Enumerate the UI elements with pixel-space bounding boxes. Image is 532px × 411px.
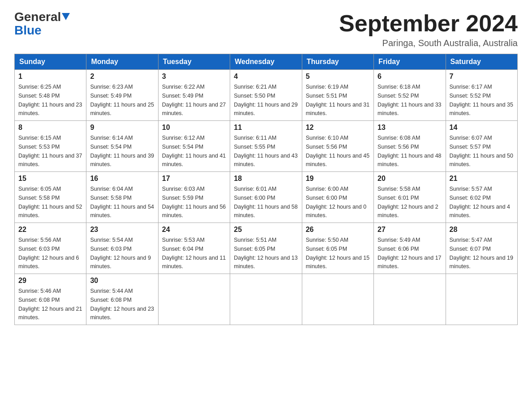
table-row: 11 Sunrise: 6:11 AMSunset: 5:55 PMDaylig…: [230, 121, 302, 172]
day-info: Sunrise: 5:54 AMSunset: 6:03 PMDaylight:…: [90, 237, 151, 270]
table-row: 26 Sunrise: 5:50 AMSunset: 6:05 PMDaylig…: [302, 223, 373, 274]
table-row: 13 Sunrise: 6:08 AMSunset: 5:56 PMDaylig…: [374, 121, 446, 172]
day-info: Sunrise: 6:00 AMSunset: 6:00 PMDaylight:…: [306, 186, 367, 218]
day-info: Sunrise: 6:15 AMSunset: 5:53 PMDaylight:…: [18, 135, 82, 167]
calendar-week-row: 8 Sunrise: 6:15 AMSunset: 5:53 PMDayligh…: [15, 121, 518, 172]
table-row: 22 Sunrise: 5:56 AMSunset: 6:03 PMDaylig…: [15, 223, 86, 274]
title-block: September 2024 Paringa, South Australia,…: [339, 11, 518, 48]
table-row: 6 Sunrise: 6:18 AMSunset: 5:52 PMDayligh…: [374, 70, 446, 121]
day-number: 18: [234, 175, 298, 183]
col-tuesday: Tuesday: [158, 54, 230, 70]
calendar-table: Sunday Monday Tuesday Wednesday Thursday…: [14, 54, 518, 325]
day-info: Sunrise: 5:44 AMSunset: 6:08 PMDaylight:…: [90, 288, 154, 321]
day-number: 3: [162, 73, 226, 81]
svg-marker-0: [62, 13, 70, 20]
table-row: 18 Sunrise: 6:01 AMSunset: 6:00 PMDaylig…: [230, 172, 302, 223]
logo-general: General: [14, 11, 70, 23]
day-info: Sunrise: 6:25 AMSunset: 5:48 PMDaylight:…: [18, 84, 82, 116]
day-info: Sunrise: 5:46 AMSunset: 6:08 PMDaylight:…: [18, 288, 82, 321]
table-row: 5 Sunrise: 6:19 AMSunset: 5:51 PMDayligh…: [302, 70, 373, 121]
day-number: 16: [90, 175, 154, 183]
calendar-header-row: Sunday Monday Tuesday Wednesday Thursday…: [15, 54, 518, 70]
day-number: 27: [378, 226, 442, 234]
day-info: Sunrise: 5:49 AMSunset: 6:06 PMDaylight:…: [378, 237, 441, 270]
day-info: Sunrise: 6:01 AMSunset: 6:00 PMDaylight:…: [234, 186, 297, 218]
table-row: [446, 274, 517, 325]
day-info: Sunrise: 6:18 AMSunset: 5:52 PMDaylight:…: [378, 84, 441, 116]
day-info: Sunrise: 6:12 AMSunset: 5:54 PMDaylight:…: [162, 135, 226, 167]
day-number: 6: [378, 73, 442, 81]
day-number: 26: [306, 226, 370, 234]
table-row: 29 Sunrise: 5:46 AMSunset: 6:08 PMDaylig…: [15, 274, 86, 325]
table-row: 30 Sunrise: 5:44 AMSunset: 6:08 PMDaylig…: [86, 274, 158, 325]
day-info: Sunrise: 6:08 AMSunset: 5:56 PMDaylight:…: [378, 135, 441, 167]
table-row: 27 Sunrise: 5:49 AMSunset: 6:06 PMDaylig…: [374, 223, 446, 274]
table-row: 8 Sunrise: 6:15 AMSunset: 5:53 PMDayligh…: [15, 121, 86, 172]
table-row: 15 Sunrise: 6:05 AMSunset: 5:58 PMDaylig…: [15, 172, 86, 223]
day-number: 10: [162, 124, 226, 132]
day-number: 30: [90, 277, 154, 285]
day-info: Sunrise: 6:04 AMSunset: 5:58 PMDaylight:…: [90, 186, 154, 218]
day-number: 5: [306, 73, 370, 81]
table-row: 3 Sunrise: 6:22 AMSunset: 5:49 PMDayligh…: [158, 70, 230, 121]
day-info: Sunrise: 6:22 AMSunset: 5:49 PMDaylight:…: [162, 84, 226, 116]
calendar-week-row: 1 Sunrise: 6:25 AMSunset: 5:48 PMDayligh…: [15, 70, 518, 121]
logo: General Blue: [14, 11, 70, 37]
table-row: 14 Sunrise: 6:07 AMSunset: 5:57 PMDaylig…: [446, 121, 517, 172]
table-row: 17 Sunrise: 6:03 AMSunset: 5:59 PMDaylig…: [158, 172, 230, 223]
day-number: 29: [18, 277, 82, 285]
table-row: [374, 274, 446, 325]
day-number: 21: [450, 175, 514, 183]
day-number: 7: [450, 73, 514, 81]
calendar-week-row: 22 Sunrise: 5:56 AMSunset: 6:03 PMDaylig…: [15, 223, 518, 274]
location: Paringa, South Australia, Australia: [339, 38, 518, 48]
day-number: 13: [378, 124, 442, 132]
table-row: 28 Sunrise: 5:47 AMSunset: 6:07 PMDaylig…: [446, 223, 517, 274]
day-info: Sunrise: 6:11 AMSunset: 5:55 PMDaylight:…: [234, 135, 297, 167]
day-number: 25: [234, 226, 298, 234]
day-number: 23: [90, 226, 154, 234]
day-info: Sunrise: 5:57 AMSunset: 6:02 PMDaylight:…: [450, 186, 511, 218]
day-number: 24: [162, 226, 226, 234]
day-info: Sunrise: 5:58 AMSunset: 6:01 PMDaylight:…: [378, 186, 438, 218]
day-number: 12: [306, 124, 370, 132]
table-row: 16 Sunrise: 6:04 AMSunset: 5:58 PMDaylig…: [86, 172, 158, 223]
col-saturday: Saturday: [446, 54, 517, 70]
table-row: 25 Sunrise: 5:51 AMSunset: 6:05 PMDaylig…: [230, 223, 302, 274]
day-number: 28: [450, 226, 514, 234]
col-wednesday: Wednesday: [230, 54, 302, 70]
day-number: 9: [90, 124, 154, 132]
table-row: 20 Sunrise: 5:58 AMSunset: 6:01 PMDaylig…: [374, 172, 446, 223]
day-number: 4: [234, 73, 298, 81]
page-header: General Blue September 2024 Paringa, Sou…: [14, 11, 518, 48]
day-number: 15: [18, 175, 82, 183]
day-info: Sunrise: 6:23 AMSunset: 5:49 PMDaylight:…: [90, 84, 154, 116]
day-info: Sunrise: 6:21 AMSunset: 5:50 PMDaylight:…: [234, 84, 297, 116]
table-row: 4 Sunrise: 6:21 AMSunset: 5:50 PMDayligh…: [230, 70, 302, 121]
day-number: 1: [18, 73, 82, 81]
logo-blue: Blue: [14, 24, 42, 37]
month-title: September 2024: [339, 11, 518, 36]
table-row: 19 Sunrise: 6:00 AMSunset: 6:00 PMDaylig…: [302, 172, 373, 223]
day-number: 19: [306, 175, 370, 183]
col-friday: Friday: [374, 54, 446, 70]
day-info: Sunrise: 6:14 AMSunset: 5:54 PMDaylight:…: [90, 135, 154, 167]
day-info: Sunrise: 5:51 AMSunset: 6:05 PMDaylight:…: [234, 237, 297, 270]
day-number: 17: [162, 175, 226, 183]
table-row: 1 Sunrise: 6:25 AMSunset: 5:48 PMDayligh…: [15, 70, 86, 121]
table-row: 10 Sunrise: 6:12 AMSunset: 5:54 PMDaylig…: [158, 121, 230, 172]
day-number: 14: [450, 124, 514, 132]
table-row: [158, 274, 230, 325]
day-info: Sunrise: 6:05 AMSunset: 5:58 PMDaylight:…: [18, 186, 82, 218]
day-info: Sunrise: 5:50 AMSunset: 6:05 PMDaylight:…: [306, 237, 369, 270]
col-thursday: Thursday: [302, 54, 373, 70]
day-number: 22: [18, 226, 82, 234]
day-info: Sunrise: 5:47 AMSunset: 6:07 PMDaylight:…: [450, 237, 513, 270]
day-info: Sunrise: 6:03 AMSunset: 5:59 PMDaylight:…: [162, 186, 226, 218]
day-info: Sunrise: 5:53 AMSunset: 6:04 PMDaylight:…: [162, 237, 226, 270]
day-info: Sunrise: 5:56 AMSunset: 6:03 PMDaylight:…: [18, 237, 79, 270]
table-row: [230, 274, 302, 325]
calendar-week-row: 29 Sunrise: 5:46 AMSunset: 6:08 PMDaylig…: [15, 274, 518, 325]
col-monday: Monday: [86, 54, 158, 70]
table-row: 7 Sunrise: 6:17 AMSunset: 5:52 PMDayligh…: [446, 70, 517, 121]
